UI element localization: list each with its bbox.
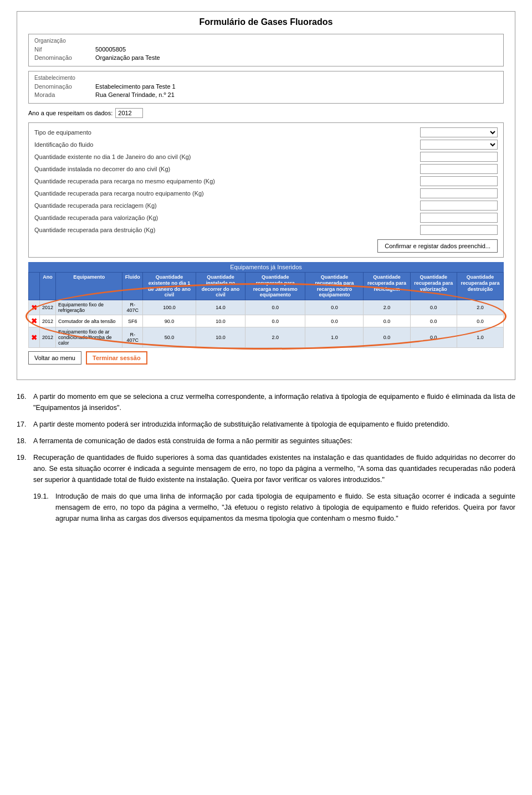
quantity-row: Quantidade recuperada para destruição (K…	[34, 225, 498, 235]
quantity-row: Quantidade recuperada para recarga noutr…	[34, 188, 498, 198]
tipo-equipamento-select[interactable]	[420, 127, 498, 137]
delete-icon[interactable]: ✖	[31, 317, 37, 325]
quantity-input[interactable]	[420, 164, 498, 174]
table-row: ✖2012Comutador de alta tensãoSF690.010.0…	[29, 315, 504, 327]
table-cell: 90.0	[143, 315, 196, 327]
identificacao-fluido-select[interactable]	[420, 140, 498, 150]
table-cell: 10.0	[196, 327, 245, 348]
quantity-input[interactable]	[420, 176, 498, 186]
quantity-input[interactable]	[420, 188, 498, 198]
table-cell: 0.0	[410, 300, 457, 315]
denominacao-value: Organização para Teste	[95, 54, 160, 61]
table-cell: 2.0	[245, 327, 305, 348]
instruction-item: 17.A partir deste momento poderá ser int…	[17, 419, 515, 430]
voltar-menu-button[interactable]: Voltar ao menu	[28, 351, 81, 365]
th-q6: Quantidade recuperada para valorização	[410, 273, 457, 300]
organizacao-label: Organização	[34, 38, 498, 44]
quantity-fields: Quantidade existente no dia 1 de Janeiro…	[34, 152, 498, 235]
th-ano: Ano	[40, 273, 56, 300]
estab-denominacao-value: Estabelecimento para Teste 1	[95, 83, 176, 90]
table-cell: 2012	[40, 315, 56, 327]
quantity-input[interactable]	[420, 213, 498, 223]
table-row: ✖2012Equipamento fixo de ar condicionado…	[29, 327, 504, 348]
instruction-number: 18.	[17, 435, 33, 447]
quantity-row: Quantidade instalada no decorrer do ano …	[34, 164, 498, 174]
th-q1: Quantidade existente no dia 1 de Janeiro…	[143, 273, 196, 300]
instruction-text: A ferramenta de comunicação de dados est…	[33, 435, 515, 447]
page-container: Formulário de Gases Fluorados Organizaçã…	[17, 11, 515, 524]
instruction-number: 17.	[17, 419, 33, 430]
table-cell: Equipamento fixo de refrigeração	[56, 300, 122, 315]
quantity-row: Quantidade recuperada para valorização (…	[34, 213, 498, 223]
th-q7: Quantidade recuperada para destruição	[457, 273, 504, 300]
instruction-number: 19.	[17, 452, 33, 485]
sub-instruction-number: 19.1.	[33, 491, 55, 524]
sub-instruction-item: 19.1.Introdução de mais do que uma linha…	[33, 491, 515, 524]
delete-icon[interactable]: ✖	[31, 334, 37, 342]
table-header-row: Ano Equipamento Fluido Quantidade existe…	[29, 273, 504, 300]
terminar-sessao-button[interactable]: Terminar sessão	[86, 351, 147, 365]
morada-value: Rua General Trindade, n.º 21	[95, 91, 175, 98]
table-cell: R-407C	[122, 327, 143, 348]
delete-icon[interactable]: ✖	[31, 304, 37, 312]
table-cell: 0.0	[305, 315, 364, 327]
delete-cell[interactable]: ✖	[29, 300, 40, 315]
instruction-text: A partir do momento em que se seleciona …	[33, 391, 515, 413]
quantity-input[interactable]	[420, 201, 498, 211]
tipo-equipamento-label: Tipo de equipamento	[34, 129, 420, 136]
inserted-wrapper: Equipamentos já Inseridos Ano Equipament…	[28, 262, 504, 365]
instruction-text: Recuperação de quantidades de fluido sup…	[33, 452, 515, 485]
organizacao-section: Organização Nif 500005805 Denominação Or…	[28, 34, 504, 66]
morada-row: Morada Rua General Trindade, n.º 21	[34, 91, 498, 98]
identificacao-fluido-row: Identificação do fluido	[34, 140, 498, 150]
table-cell: 0.0	[410, 315, 457, 327]
inserted-title: Equipamentos já Inseridos	[28, 262, 504, 272]
equipment-form: Tipo de equipamento Identificação do flu…	[28, 122, 504, 258]
instruction-text: A partir deste momento poderá ser introd…	[33, 419, 515, 430]
nif-label: Nif	[34, 46, 95, 53]
th-fluido: Fluido	[122, 273, 143, 300]
delete-cell[interactable]: ✖	[29, 327, 40, 348]
table-cell: 0.0	[410, 327, 457, 348]
table-cell: 0.0	[457, 315, 504, 327]
table-cell: 1.0	[305, 327, 364, 348]
sub-instruction-text: Introdução de mais do que uma linha de i…	[55, 491, 515, 524]
instruction-number: 16.	[17, 391, 33, 413]
identificacao-fluido-label: Identificação do fluido	[34, 141, 420, 148]
table-cell: Equipamento fixo de ar condicionado/Bomb…	[56, 327, 122, 348]
instruction-item: 18.A ferramenta de comunicação de dados …	[17, 435, 515, 447]
instruction-item: 16.A partir do momento em que se selecio…	[17, 391, 515, 413]
table-cell: 0.0	[364, 327, 410, 348]
table-cell: R-407C	[122, 300, 143, 315]
quantity-label: Quantidade recuperada para destruição (K…	[34, 227, 420, 233]
quantity-input[interactable]	[420, 152, 498, 162]
th-q5: Quantidade recuperada para reciclagem	[364, 273, 410, 300]
quantity-label: Quantidade instalada no decorrer do ano …	[34, 166, 420, 172]
instruction-item: 19.Recuperação de quantidades de fluido …	[17, 452, 515, 485]
table-body: ✖2012Equipamento fixo de refrigeraçãoR-4…	[29, 300, 504, 348]
denominacao-row: Denominação Organização para Teste	[34, 54, 498, 61]
th-equipamento: Equipamento	[56, 273, 122, 300]
quantity-label: Quantidade recuperada para reciclagem (K…	[34, 202, 420, 209]
bottom-buttons: Voltar ao menu Terminar sessão	[28, 351, 504, 365]
instructions-container: 16.A partir do momento em que se selecio…	[17, 391, 515, 524]
table-cell: SF6	[122, 315, 143, 327]
tipo-equipamento-row: Tipo de equipamento	[34, 127, 498, 137]
ano-label: Ano a que respeitam os dados:	[28, 110, 112, 116]
quantity-row: Quantidade recuperada para recarga no me…	[34, 176, 498, 186]
delete-cell[interactable]: ✖	[29, 315, 40, 327]
table-cell: 0.0	[305, 300, 364, 315]
quantity-row: Quantidade existente no dia 1 de Janeiro…	[34, 152, 498, 162]
th-delete	[29, 273, 40, 300]
table-cell: 2012	[40, 327, 56, 348]
confirm-button[interactable]: Confirmar e registar dados preenchid...	[377, 239, 498, 253]
year-row: Ano a que respeitam os dados:	[28, 108, 504, 118]
table-cell: 2.0	[457, 300, 504, 315]
table-cell: 100.0	[143, 300, 196, 315]
ano-input[interactable]	[115, 108, 143, 118]
table-cell: Comutador de alta tensão	[56, 315, 122, 327]
table-cell: 50.0	[143, 327, 196, 348]
quantity-input[interactable]	[420, 225, 498, 235]
quantity-label: Quantidade recuperada para valorização (…	[34, 214, 420, 221]
quantity-label: Quantidade existente no dia 1 de Janeiro…	[34, 153, 420, 160]
